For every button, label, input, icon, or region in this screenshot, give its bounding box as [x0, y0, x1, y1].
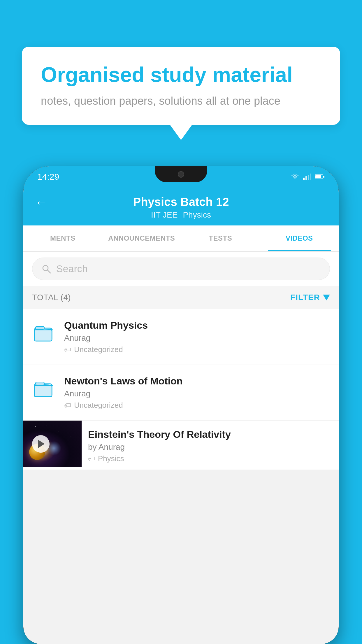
search-placeholder: Search	[56, 263, 88, 274]
list-item[interactable]: Newton's Laws of Motion Anurag 🏷 Uncateg…	[23, 365, 339, 421]
signal-icon	[303, 174, 311, 180]
svg-line-8	[48, 270, 50, 273]
filter-icon	[323, 295, 330, 300]
folder-icon-container	[32, 320, 55, 346]
header-title: Physics Batch 12	[133, 195, 229, 209]
item-author: by Anurag	[88, 442, 332, 452]
app-header: ← Physics Batch 12 IIT JEE Physics	[23, 187, 339, 225]
play-icon	[38, 440, 45, 448]
filter-label: FILTER	[290, 293, 320, 302]
content-list: Quantum Physics Anurag 🏷 Uncategorized	[23, 309, 339, 470]
item-title: Einstein's Theory Of Relativity	[88, 429, 332, 440]
item-content: Quantum Physics Anurag 🏷 Uncategorized	[64, 320, 330, 354]
item-content: Einstein's Theory Of Relativity by Anura…	[82, 421, 339, 470]
status-icons	[290, 174, 325, 180]
svg-rect-6	[323, 176, 324, 178]
item-tag: 🏷 Uncategorized	[64, 401, 330, 410]
speech-bubble-title: Organised study material	[41, 63, 321, 87]
search-icon	[41, 264, 52, 274]
search-bar[interactable]: Search	[32, 258, 330, 280]
folder-icon-container	[32, 375, 55, 402]
item-tag: 🏷 Physics	[88, 454, 332, 463]
tab-ments[interactable]: MENTS	[23, 225, 102, 251]
item-content: Newton's Laws of Motion Anurag 🏷 Uncateg…	[64, 375, 330, 410]
svg-rect-2	[308, 175, 309, 180]
wifi-icon	[290, 174, 300, 180]
svg-rect-11	[36, 326, 44, 329]
front-camera	[178, 171, 184, 178]
folder-icon	[33, 323, 54, 343]
item-author: Anurag	[64, 333, 330, 343]
status-bar: 14:29	[23, 166, 339, 187]
tag-icon: 🏷	[88, 455, 95, 463]
filter-bar: TOTAL (4) FILTER	[23, 286, 339, 309]
svg-rect-3	[310, 174, 311, 180]
tag-icon: 🏷	[64, 401, 71, 410]
tag-label: Uncategorized	[74, 345, 123, 354]
thumbnail-bg	[23, 421, 82, 467]
svg-rect-14	[36, 382, 44, 385]
video-thumbnail	[23, 421, 82, 467]
phone-frame: 14:29	[23, 166, 339, 644]
filter-button[interactable]: FILTER	[290, 293, 330, 302]
play-button[interactable]	[32, 435, 50, 453]
list-item[interactable]: Quantum Physics Anurag 🏷 Uncategorized	[23, 309, 339, 365]
status-time: 14:29	[37, 172, 59, 182]
tag-icon: 🏷	[64, 346, 71, 354]
header-subtitle-subject: Physics	[183, 210, 211, 220]
tab-videos[interactable]: VIDEOS	[260, 225, 339, 251]
tag-label: Physics	[98, 454, 124, 463]
author-name: Anurag	[99, 442, 125, 452]
author-prefix: by	[88, 442, 97, 452]
item-title: Quantum Physics	[64, 320, 330, 331]
item-title: Newton's Laws of Motion	[64, 375, 330, 387]
svg-rect-13	[34, 386, 52, 397]
notch	[155, 166, 207, 182]
speech-bubble-card: Organised study material notes, question…	[22, 47, 340, 125]
tab-bar: MENTS ANNOUNCEMENTS TESTS VIDEOS	[23, 225, 339, 252]
back-button[interactable]: ←	[35, 195, 47, 209]
svg-rect-0	[303, 178, 305, 180]
list-item[interactable]: Einstein's Theory Of Relativity by Anura…	[23, 421, 339, 470]
item-tag: 🏷 Uncategorized	[64, 345, 330, 354]
tab-announcements[interactable]: ANNOUNCEMENTS	[102, 225, 181, 251]
speech-bubble-subtitle: notes, question papers, solutions all at…	[41, 93, 321, 109]
search-bar-container: Search	[23, 252, 339, 286]
svg-rect-5	[315, 175, 321, 178]
folder-icon	[33, 379, 54, 398]
battery-icon	[315, 174, 325, 179]
phone-screen: 14:29	[23, 166, 339, 644]
total-count: TOTAL (4)	[32, 293, 71, 302]
tab-tests[interactable]: TESTS	[181, 225, 260, 251]
header-subtitle-course: IIT JEE	[151, 210, 178, 220]
header-subtitle: IIT JEE Physics	[151, 210, 211, 220]
svg-rect-10	[34, 330, 52, 341]
item-author: Anurag	[64, 389, 330, 398]
tag-label: Uncategorized	[74, 401, 123, 410]
svg-rect-1	[305, 176, 307, 180]
